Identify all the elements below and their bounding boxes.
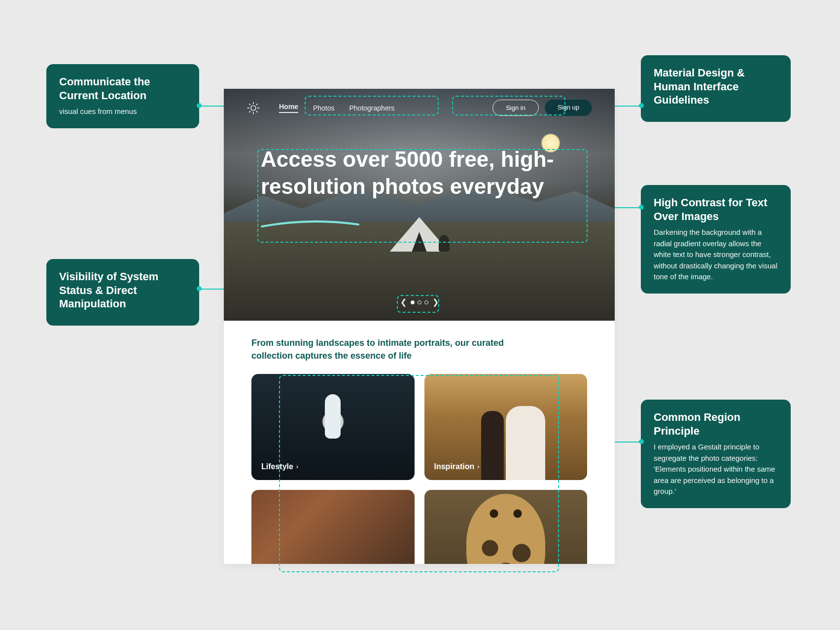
svg-point-0 (251, 106, 256, 111)
svg-line-8 (256, 104, 257, 105)
pager-dot[interactable] (418, 300, 421, 304)
hero: Home Photos Photographers Sign in Sign u… (224, 89, 615, 321)
decorative-person (439, 235, 450, 252)
logo-icon (246, 101, 260, 115)
cropped-cards-row (251, 490, 587, 564)
callout-title: Common Region Principle (654, 410, 778, 438)
card-cropped-left[interactable] (251, 490, 415, 564)
nav-links: Home Photos Photographers (279, 103, 394, 113)
hero-title: Access over 5000 free, high-resolution p… (261, 146, 578, 200)
callout-high-contrast: High Contrast for Text Over Images Darke… (641, 185, 791, 294)
callout-visibility-status: Visibility of System Status & Direct Man… (46, 259, 199, 326)
connector-dot (197, 103, 202, 108)
card-cropped-right[interactable] (424, 490, 588, 564)
nav-photos[interactable]: Photos (313, 104, 335, 112)
callout-communicate-location: Communicate the Current Location visual … (46, 64, 199, 128)
card-inspiration[interactable]: Inspiration › (424, 374, 588, 480)
callout-title: Visibility of System Status & Direct Man… (59, 270, 186, 311)
pager-dots (411, 300, 428, 304)
callout-common-region: Common Region Principle I employed a Ges… (641, 400, 791, 508)
nav-photographers[interactable]: Photographers (350, 104, 395, 112)
connector-dot (639, 103, 644, 108)
svg-line-7 (249, 111, 250, 112)
callout-material-design: Material Design & Human Interface Guidel… (641, 55, 791, 122)
nav-home[interactable]: Home (279, 103, 298, 113)
auth-buttons: Sign in Sign up (492, 100, 592, 116)
category-grid: Lifestyle › Inspiration › (251, 374, 587, 564)
pager-dot[interactable] (424, 300, 428, 304)
website-mockup: Home Photos Photographers Sign in Sign u… (224, 89, 615, 564)
callout-title: High Contrast for Text Over Images (654, 196, 778, 223)
pager-next-icon[interactable]: ❯ (432, 297, 439, 307)
top-nav: Home Photos Photographers Sign in Sign u… (224, 89, 615, 116)
card-label: Inspiration › (434, 462, 480, 471)
chevron-right-icon: › (296, 463, 298, 470)
svg-line-6 (256, 111, 257, 112)
card-label-text: Lifestyle (261, 462, 293, 471)
card-label-text: Inspiration (434, 462, 475, 471)
callout-title: Communicate the Current Location (59, 75, 186, 102)
categories-section: From stunning landscapes to intimate por… (224, 321, 615, 564)
section-title: From stunning landscapes to intimate por… (251, 336, 547, 362)
callout-body: Darkening the background with a radial g… (654, 227, 778, 283)
decorative-underline (261, 220, 359, 229)
connector-dot (197, 286, 202, 291)
pager-dot[interactable] (411, 300, 415, 304)
connector-dot (639, 205, 644, 210)
connector-dot (639, 439, 644, 444)
hero-pager: ❮ ❯ (400, 297, 439, 307)
signup-button[interactable]: Sign up (545, 100, 592, 116)
annotated-design-canvas: Communicate the Current Location visual … (0, 0, 840, 630)
signin-button[interactable]: Sign in (492, 100, 539, 116)
card-lifestyle[interactable]: Lifestyle › (251, 374, 415, 480)
svg-line-5 (249, 104, 250, 105)
card-label: Lifestyle › (261, 462, 298, 471)
callout-title: Material Design & Human Interface Guidel… (654, 66, 778, 107)
chevron-right-icon: › (477, 463, 479, 470)
callout-body: I employed a Gestalt principle to segreg… (654, 442, 778, 497)
callout-body: visual cues from menus (59, 106, 186, 117)
pager-prev-icon[interactable]: ❮ (400, 297, 407, 307)
